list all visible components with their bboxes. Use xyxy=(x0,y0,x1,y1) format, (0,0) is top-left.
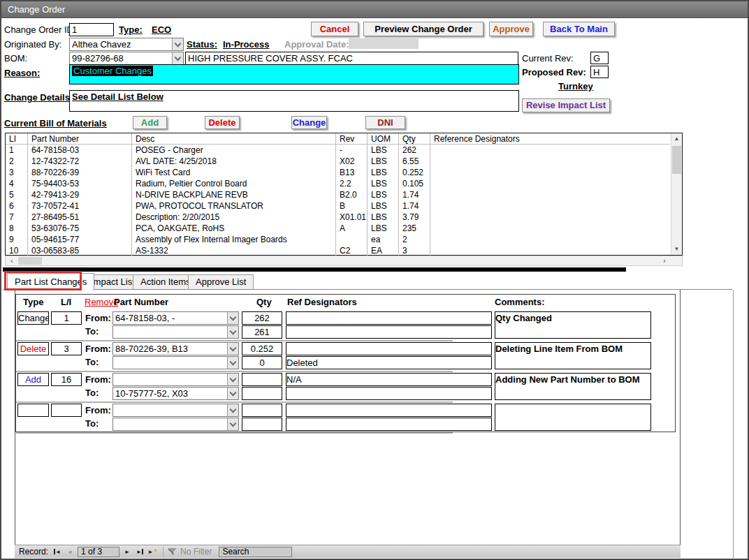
bom-combobox[interactable]: 99-82796-68 xyxy=(69,52,184,65)
to-part-dropdown-button[interactable] xyxy=(227,418,238,430)
scroll-right-icon[interactable]: › xyxy=(660,256,669,265)
bom-description-field[interactable]: HIGH PRESSURE COVER ASSY. FCAC xyxy=(185,52,518,65)
to-qty-field[interactable] xyxy=(242,387,282,400)
scroll-left-icon[interactable]: ‹ xyxy=(7,256,17,265)
previous-record-button[interactable]: ◄ xyxy=(64,546,76,558)
to-label: To: xyxy=(85,326,99,337)
new-record-button[interactable]: ►* xyxy=(146,546,159,558)
bom-dni-button[interactable]: DNI xyxy=(365,116,405,129)
from-part-dropdown-button[interactable] xyxy=(227,343,238,355)
bom-label: BOM: xyxy=(4,53,27,64)
comments-field[interactable]: Deleting Line Item From BOM xyxy=(495,342,651,369)
comments-field[interactable] xyxy=(495,404,651,431)
status-label: Status: xyxy=(187,39,217,50)
bom-vscroll-thumb[interactable] xyxy=(672,146,681,174)
back-to-main-button[interactable]: Back To Main xyxy=(543,22,615,36)
to-qty-field[interactable] xyxy=(242,418,282,431)
to-part-combobox[interactable]: 10-75777-52, X03 xyxy=(112,387,239,400)
from-ref-designators-field[interactable] xyxy=(286,311,492,325)
no-filter-button[interactable]: No Filter xyxy=(168,547,212,557)
to-ref-designators-field[interactable]: Deleted xyxy=(286,356,492,369)
change-type-field[interactable]: Delete xyxy=(17,342,49,355)
line-item-field[interactable] xyxy=(51,404,82,417)
tab-part-list-changes[interactable]: Part List Changes xyxy=(7,273,94,290)
from-part-combobox[interactable] xyxy=(112,373,239,386)
reason-field[interactable]: Customer Changes xyxy=(69,64,519,84)
from-part-dropdown-button[interactable] xyxy=(227,374,238,385)
to-part-combobox[interactable] xyxy=(112,418,239,431)
from-part-dropdown-button[interactable] xyxy=(227,312,238,324)
bom-dropdown-button[interactable] xyxy=(172,52,183,64)
to-part-dropdown-button[interactable] xyxy=(227,357,238,369)
bom-hscroll-thumb[interactable] xyxy=(18,257,42,265)
change-type-field[interactable] xyxy=(17,404,49,417)
from-qty-field[interactable] xyxy=(242,373,282,386)
chevron-down-icon xyxy=(230,389,237,396)
proposed-rev-field[interactable]: H xyxy=(590,66,609,78)
last-record-button[interactable]: ► xyxy=(133,546,146,558)
search-input[interactable] xyxy=(219,547,292,557)
line-item-field[interactable]: 1 xyxy=(51,311,82,325)
comments-field[interactable]: Adding New Part Number to BOM xyxy=(495,373,651,400)
from-part-dropdown-button[interactable] xyxy=(227,404,238,416)
record-label: Record: xyxy=(19,547,48,557)
section-divider xyxy=(3,267,626,272)
to-label: To: xyxy=(85,418,99,429)
from-part-combobox[interactable]: 64-78158-03, - xyxy=(112,311,239,325)
to-part-dropdown-button[interactable] xyxy=(227,326,238,338)
comments-field[interactable]: Qty Changed xyxy=(495,311,651,339)
last-record-icon xyxy=(142,549,143,554)
to-ref-designators-field[interactable] xyxy=(286,325,492,339)
from-ref-designators-field[interactable]: N/A xyxy=(286,373,492,386)
bom-horizontal-scrollbar[interactable]: ‹ › xyxy=(5,256,683,266)
from-qty-field[interactable]: 0.252 xyxy=(242,342,282,355)
from-part-combobox[interactable] xyxy=(112,404,239,417)
approve-button[interactable]: Approve xyxy=(489,22,533,36)
preview-change-order-button[interactable]: Preview Change Order xyxy=(363,22,483,36)
bom-delete-button[interactable]: Delete xyxy=(205,116,240,129)
plc-col-part-number: Part Number xyxy=(114,297,168,307)
originated-by-combobox[interactable]: Althea Chavez xyxy=(69,38,184,51)
bom-vertical-scrollbar[interactable]: ▲ ▼ xyxy=(671,133,682,255)
from-ref-designators-field[interactable] xyxy=(286,404,492,417)
plc-col-qty: Qty xyxy=(256,297,272,307)
navigator-separator xyxy=(163,547,163,557)
bom-add-button[interactable]: Add xyxy=(133,116,167,129)
row-separator xyxy=(16,371,453,372)
change-details-field[interactable]: See Detail List Below xyxy=(69,90,519,112)
change-type-field[interactable]: Add xyxy=(17,373,49,386)
to-part-dropdown-button[interactable] xyxy=(227,388,238,399)
from-label: From: xyxy=(85,374,111,385)
originated-by-value: Althea Chavez xyxy=(72,39,131,50)
to-part-combobox[interactable] xyxy=(112,325,239,339)
to-ref-designators-field[interactable] xyxy=(286,418,492,431)
current-rev-field[interactable]: G xyxy=(590,52,609,64)
line-item-field[interactable]: 3 xyxy=(51,342,82,355)
change-order-window: Change Order Change Order ID 1 Type: ECO… xyxy=(0,0,749,560)
to-qty-field[interactable]: 0 xyxy=(242,356,282,369)
bom-table: LI Part Number Desc Rev UOM Qty Referenc… xyxy=(5,133,683,256)
originated-by-dropdown-button[interactable] xyxy=(172,38,183,50)
change-order-id-field[interactable]: 1 xyxy=(69,23,114,36)
change-order-id-label: Change Order ID xyxy=(4,24,73,35)
bom-change-button[interactable]: Change xyxy=(291,116,327,129)
from-part-combobox[interactable]: 88-70226-39, B13 xyxy=(112,342,239,355)
next-record-button[interactable]: ► xyxy=(121,546,133,558)
from-ref-designators-field[interactable] xyxy=(286,342,492,355)
to-ref-designators-field[interactable] xyxy=(286,387,492,400)
from-qty-field[interactable]: 262 xyxy=(242,311,282,325)
scroll-down-icon[interactable]: ▼ xyxy=(671,244,682,255)
to-qty-field[interactable]: 261 xyxy=(242,325,282,339)
window-title: Change Order xyxy=(1,1,748,18)
tab-approve-list[interactable]: Approve List xyxy=(188,274,254,290)
scroll-up-icon[interactable]: ▲ xyxy=(671,133,682,145)
line-item-field[interactable]: 16 xyxy=(51,373,82,386)
first-record-button[interactable]: ◄ xyxy=(51,546,64,558)
change-type-field[interactable]: Change xyxy=(17,311,49,325)
revise-impact-list-button[interactable]: Revise Impact List xyxy=(522,98,610,112)
bom-col-ref: Reference Designators xyxy=(430,133,670,145)
chevron-down-icon xyxy=(230,358,237,365)
to-part-combobox[interactable] xyxy=(112,356,239,369)
cancel-button[interactable]: Cancel xyxy=(311,22,358,36)
from-qty-field[interactable] xyxy=(242,404,282,417)
